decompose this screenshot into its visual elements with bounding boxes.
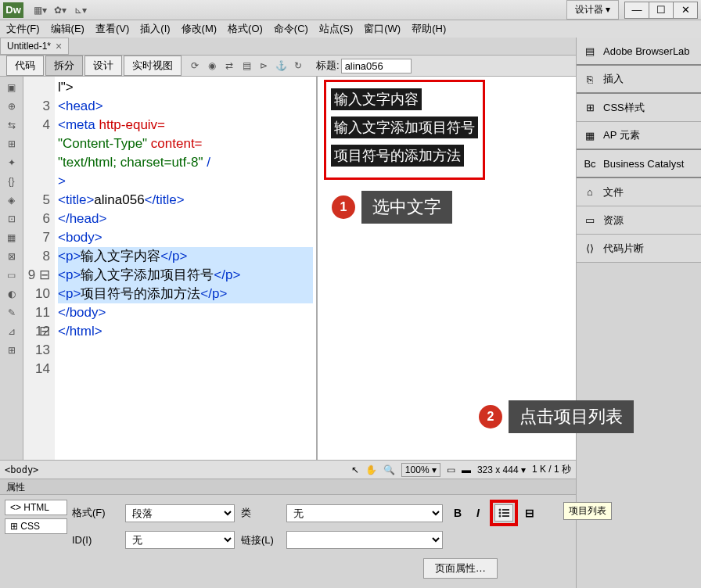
list-button-highlight [490, 500, 518, 526]
panel-title[interactable]: 属性 [0, 479, 576, 495]
sync-icon[interactable]: ↻ [291, 59, 305, 73]
id-select[interactable]: 无 [125, 531, 235, 549]
maximize-button[interactable]: ☐ [649, 2, 674, 19]
title-label: 标题: [316, 59, 340, 73]
menu-item[interactable]: 帮助(H) [412, 22, 446, 36]
menu-item[interactable]: 插入(I) [140, 22, 170, 36]
tool-icon[interactable]: ✎ [4, 305, 20, 321]
format-select[interactable]: 段落 [125, 504, 235, 522]
panel-icon: ⎘ [583, 73, 597, 85]
hand-icon[interactable]: ✋ [365, 464, 377, 475]
menu-item[interactable]: 编辑(E) [51, 22, 84, 36]
panel-icon: ⟨⟩ [583, 242, 597, 255]
title-input[interactable] [341, 59, 412, 74]
panel-label: AP 元素 [603, 128, 640, 142]
tool-icon[interactable]: ⊞ [4, 136, 20, 152]
tab-title: Untitled-1* [7, 41, 51, 52]
html-mode-button[interactable]: <> HTML [5, 500, 67, 515]
link-select[interactable] [286, 531, 443, 549]
menu-item[interactable]: 格式(O) [228, 22, 263, 36]
properties-panel: 属性 <> HTML ⊞ CSS 格式(F) 段落 类 无 B I [0, 479, 576, 588]
tool-icon[interactable]: ◐ [4, 286, 20, 302]
panel-item[interactable]: ⎘插入 [577, 66, 701, 94]
app-logo: Dw [3, 2, 23, 18]
panel-item[interactable]: ⟨⟩代码片断 [577, 235, 701, 263]
code-pane[interactable]: 3456789 ⊟1011 ⊟121314 l"><head><meta htt… [23, 77, 318, 460]
tab-close-icon[interactable]: × [56, 40, 62, 52]
panel-item[interactable]: ⌂文件 [577, 178, 701, 206]
callout-text: 选中文字 [361, 191, 452, 224]
design-view-button[interactable]: 设计 [84, 56, 122, 76]
menu-item[interactable]: 命令(C) [274, 22, 308, 36]
code-view-button[interactable]: 代码 [6, 56, 44, 76]
code-toolbar: ▣ ⊕ ⇆ ⊞ ✦ {} ◈ ⊡ ▦ ⊠ ▭ ◐ ✎ ⊿ ⊞ [0, 77, 23, 460]
menu-item[interactable]: 文件(F) [6, 22, 40, 36]
book-icon[interactable]: ▤ [239, 59, 253, 73]
link-label: 链接(L) [241, 533, 280, 547]
list-icon [498, 507, 510, 518]
unordered-list-button[interactable] [494, 504, 513, 522]
tool-icon[interactable]: ⊠ [4, 249, 20, 264]
check-icon[interactable]: ⊳ [257, 59, 271, 73]
menu-item[interactable]: 修改(M) [182, 22, 217, 36]
zoom-icon[interactable]: 🔍 [383, 464, 395, 475]
menu-item[interactable]: 站点(S) [319, 22, 353, 36]
tool-icon[interactable]: ⊞ [4, 342, 20, 358]
menu-item[interactable]: 查看(V) [95, 22, 129, 36]
tool-icon[interactable]: ⇆ [4, 117, 20, 133]
layout-icon[interactable]: ▦▾ [33, 3, 47, 17]
tool-icon[interactable]: ✦ [4, 155, 20, 170]
pointer-icon[interactable]: ↖ [351, 464, 359, 475]
tool-icon[interactable]: ⊕ [4, 99, 20, 114]
globe-icon[interactable]: ◉ [205, 59, 219, 73]
panel-item[interactable]: ⊞CSS样式 [577, 94, 701, 122]
selected-paragraph[interactable]: 输入文字添加项目符号 [331, 117, 478, 138]
settings-icon[interactable]: ✿▾ [53, 3, 67, 17]
callout-2: 2 点击项目列表 [479, 400, 634, 433]
panel-icon: ▤ [583, 45, 597, 57]
tag-selector[interactable]: <body> [5, 464, 38, 475]
minimize-button[interactable]: — [624, 2, 649, 19]
status-bar: <body> ↖ ✋ 🔍 100% ▾ ▭ ▬ 323 x 444 ▾ 1 K … [0, 460, 576, 479]
device-icon[interactable]: ▭ [447, 464, 455, 475]
nav-icon[interactable]: ⇄ [222, 59, 236, 73]
zoom-select[interactable]: 100% ▾ [401, 463, 440, 477]
tool-icon[interactable]: ▣ [4, 80, 20, 95]
panel-label: Adobe BrowserLab [603, 45, 690, 57]
screen-icon[interactable]: ▬ [462, 464, 471, 475]
live-view-button[interactable]: 实时视图 [124, 56, 182, 76]
selection-highlight: 输入文字内容输入文字添加项目符号项目符号的添加方法 [324, 80, 485, 180]
italic-button[interactable]: I [469, 505, 487, 521]
tool-icon[interactable]: ▭ [4, 267, 20, 283]
bold-button[interactable]: B [449, 505, 466, 521]
tool-icon[interactable]: ⊿ [4, 324, 20, 339]
tool-icon[interactable]: ◈ [4, 192, 20, 208]
id-label: ID(I) [72, 534, 119, 546]
css-mode-button[interactable]: ⊞ CSS [5, 518, 67, 534]
refresh-icon[interactable]: ⟳ [188, 59, 202, 73]
document-tab[interactable]: Untitled-1* × [0, 38, 69, 55]
titlebar: Dw ▦▾ ✿▾ ⊾▾ 设计器 ▾ — ☐ ✕ [0, 0, 701, 20]
panel-item[interactable]: ▦AP 元素 [577, 122, 701, 150]
selected-paragraph[interactable]: 项目符号的添加方法 [331, 145, 464, 167]
ordered-list-button[interactable]: ⊟ [521, 505, 538, 521]
menubar: 文件(F)编辑(E)查看(V)插入(I)修改(M)格式(O)命令(C)站点(S)… [0, 20, 701, 38]
dimensions: 323 x 444 ▾ [477, 464, 526, 475]
svg-point-0 [499, 509, 501, 511]
panel-item[interactable]: BcBusiness Catalyst [577, 150, 701, 178]
panel-item[interactable]: ▤Adobe BrowserLab [577, 38, 701, 66]
workspace-button[interactable]: 设计器 ▾ [566, 0, 619, 20]
split-view-button[interactable]: 拆分 [45, 56, 83, 76]
anchor-icon[interactable]: ⚓ [274, 59, 288, 73]
menu-item[interactable]: 窗口(W) [364, 22, 401, 36]
close-button[interactable]: ✕ [673, 2, 698, 19]
share-icon[interactable]: ⊾▾ [74, 3, 88, 17]
page-properties-button[interactable]: 页面属性… [423, 558, 498, 579]
class-select[interactable]: 无 [286, 504, 443, 522]
panel-item[interactable]: ▭资源 [577, 206, 701, 235]
svg-rect-1 [502, 509, 509, 511]
tool-icon[interactable]: ▦ [4, 230, 20, 246]
tool-icon[interactable]: ⊡ [4, 211, 20, 227]
tool-icon[interactable]: {} [4, 174, 20, 189]
selected-paragraph[interactable]: 输入文字内容 [331, 88, 422, 110]
